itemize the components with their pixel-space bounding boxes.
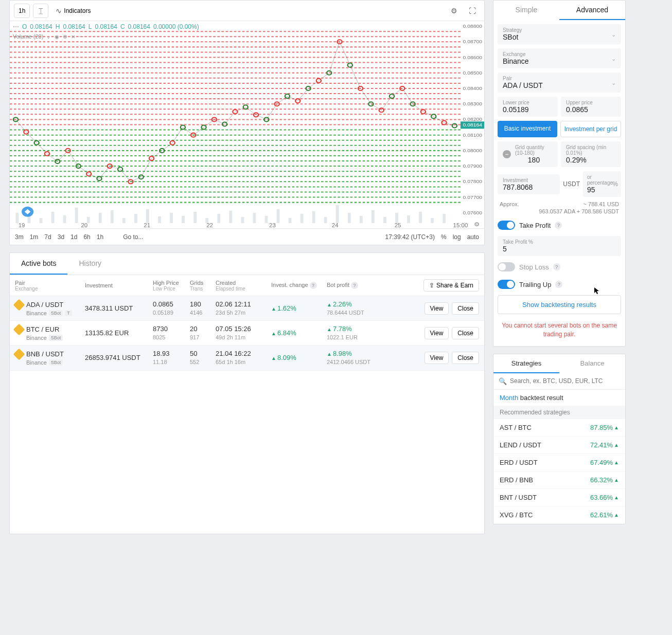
- svg-rect-67: [407, 215, 410, 223]
- view-button[interactable]: View: [425, 352, 449, 364]
- bot-row[interactable]: BNB / USDT BinanceSBot 26853.9741 USDT 1…: [10, 346, 484, 370]
- show-backtesting-button[interactable]: Show backtesting results: [498, 295, 621, 314]
- take-profit-toggle[interactable]: [498, 221, 515, 230]
- tab-balance[interactable]: Balance: [559, 354, 625, 373]
- ohlc-overlay: ⋯ O0.08164 H0.08164 L0.08164 C0.08164 0.…: [13, 23, 199, 30]
- help-icon[interactable]: ?: [310, 282, 317, 289]
- stop-loss-toggle[interactable]: [498, 262, 515, 271]
- arrow-up-icon: ▲: [614, 477, 619, 483]
- search-icon: 🔍: [499, 377, 507, 385]
- strategy-row[interactable]: ERD / BNB66.32% ▲: [493, 471, 625, 489]
- help-icon[interactable]: ?: [555, 281, 562, 288]
- grid-quantity-input[interactable]: − Grid quantity (10-180) 180: [498, 141, 558, 167]
- svg-text:0.08300: 0.08300: [463, 101, 483, 106]
- view-button[interactable]: View: [425, 302, 449, 315]
- strategy-row[interactable]: LEND / USDT72.41% ▲: [493, 437, 625, 454]
- bot-profit-abs: 2412.0466 USDT: [327, 358, 388, 366]
- svg-rect-54: [253, 213, 256, 223]
- indicators-button[interactable]: ∿ Indicators: [51, 4, 95, 18]
- svg-rect-49: [193, 212, 197, 223]
- trailing-up-toggle[interactable]: [498, 280, 515, 289]
- svg-text:20: 20: [81, 223, 87, 228]
- tf-7d[interactable]: 7d: [44, 233, 51, 241]
- help-icon[interactable]: ?: [553, 263, 560, 270]
- bot-profit-pct: ▲2.26%: [327, 300, 388, 309]
- close-icon[interactable]: ✕: [70, 33, 76, 40]
- svg-rect-69: [431, 218, 434, 223]
- help-icon[interactable]: ?: [555, 222, 562, 229]
- tf-3m[interactable]: 3m: [15, 233, 24, 241]
- chart-settings-button[interactable]: ⚙: [446, 4, 462, 18]
- close-button[interactable]: Close: [452, 352, 479, 364]
- tf-1m[interactable]: 1m: [30, 233, 39, 241]
- tab-strategies[interactable]: Strategies: [493, 354, 559, 373]
- chevron-down-icon: ⌄: [45, 33, 51, 40]
- investment-input[interactable]: Investment 787.8068: [498, 174, 560, 194]
- share-earn-button[interactable]: ⇪Share & Earn: [423, 279, 479, 292]
- fullscreen-button[interactable]: ⛶: [465, 4, 480, 18]
- strategy-row[interactable]: ERD / USDT67.49% ▲: [493, 454, 625, 471]
- help-icon[interactable]: ?: [351, 282, 358, 289]
- chevron-down-icon: ⌄: [611, 79, 616, 86]
- view-button[interactable]: View: [425, 327, 449, 339]
- approx-info: Approx.~ 788.41 USD 963.0537 ADA + 708.5…: [498, 201, 621, 214]
- svg-text:0.08164: 0.08164: [463, 122, 483, 128]
- candle-type-button[interactable]: ⌶: [33, 4, 48, 18]
- strategy-pct: 63.66% ▲: [590, 494, 619, 501]
- tab-simple[interactable]: Simple: [493, 1, 559, 20]
- low-price: 8025: [153, 334, 188, 341]
- close-button[interactable]: Close: [452, 302, 479, 315]
- auto-scale-button[interactable]: auto: [467, 233, 479, 241]
- tf-1d[interactable]: 1d: [70, 233, 77, 241]
- chevron-down-icon: ⌄: [611, 31, 616, 38]
- take-profit-percent-input[interactable]: Take Profit % 5: [498, 236, 621, 256]
- strategy-select[interactable]: Strategy SBot ⌄: [498, 24, 621, 44]
- pair-select[interactable]: Pair ADA / USDT ⌄: [498, 72, 621, 93]
- svg-rect-68: [419, 212, 422, 223]
- close-button[interactable]: Close: [452, 327, 479, 339]
- goto-button[interactable]: Go to...: [123, 233, 143, 241]
- grid-spacing-input[interactable]: Grid spacing (min 0.01%) 0.29%: [561, 141, 621, 167]
- grids-count: 180: [190, 300, 214, 309]
- arrow-up-icon: ▲: [271, 331, 276, 336]
- exchange-select[interactable]: Exchange Binance ⌄: [498, 48, 621, 68]
- settings-mini-icon[interactable]: ⚙: [62, 33, 68, 40]
- tf-1h[interactable]: 1h: [97, 233, 103, 241]
- strategy-row[interactable]: XVG / BTC62.61% ▲: [493, 506, 625, 524]
- strategies-panel: Strategies Balance 🔍 Month backtest resu…: [493, 354, 626, 524]
- tab-history[interactable]: History: [67, 253, 113, 275]
- bot-row[interactable]: ADA / USDT BinanceSBotT 3478.311 USDT 0.…: [10, 296, 484, 321]
- strategy-pct: 67.49% ▲: [590, 459, 619, 466]
- bot-row[interactable]: BTC / EUR BinanceSBot 13135.82 EUR 87308…: [10, 321, 484, 346]
- chart-body[interactable]: ⋯ O0.08164 H0.08164 L0.08164 C0.08164 0.…: [10, 21, 484, 228]
- more-icon[interactable]: ⋯: [78, 33, 84, 40]
- indicator-icon: ∿: [56, 7, 62, 15]
- minus-icon[interactable]: −: [503, 150, 511, 158]
- strategy-badge: SBot: [49, 335, 63, 341]
- svg-text:25: 25: [395, 223, 401, 228]
- strategy-row[interactable]: AST / BTC87.85% ▲: [493, 419, 625, 437]
- upper-price-input[interactable]: Upper price 0.0865: [561, 97, 621, 117]
- percentage-input[interactable]: or percentage 95: [583, 171, 621, 197]
- log-scale-button[interactable]: log: [453, 233, 461, 241]
- percent-scale-button[interactable]: %: [441, 233, 447, 241]
- svg-text:0.07900: 0.07900: [463, 164, 483, 169]
- pair-name: BTC / EUR: [26, 325, 59, 333]
- svg-text:⚙: ⚙: [474, 221, 480, 228]
- tab-active-bots[interactable]: Active bots: [10, 253, 67, 275]
- lower-price-input[interactable]: Lower price 0.05189: [498, 97, 558, 117]
- timeframe-button[interactable]: 1h: [14, 4, 30, 18]
- investment-per-grid-tab[interactable]: Investment per grid: [560, 121, 621, 137]
- trans-count: 917: [190, 334, 214, 341]
- svg-rect-43: [122, 218, 126, 223]
- basic-investment-tab[interactable]: Basic investment: [498, 121, 557, 137]
- svg-rect-37: [51, 212, 55, 223]
- strategy-search-input[interactable]: [510, 377, 620, 385]
- tab-advanced[interactable]: Advanced: [559, 1, 625, 20]
- tf-3d[interactable]: 3d: [58, 233, 64, 241]
- svg-rect-52: [229, 211, 232, 223]
- eye-icon[interactable]: ◉: [54, 33, 60, 40]
- tf-6h[interactable]: 6h: [83, 233, 90, 241]
- strategy-row[interactable]: BNT / USDT63.66% ▲: [493, 489, 625, 506]
- svg-text:21: 21: [144, 223, 150, 228]
